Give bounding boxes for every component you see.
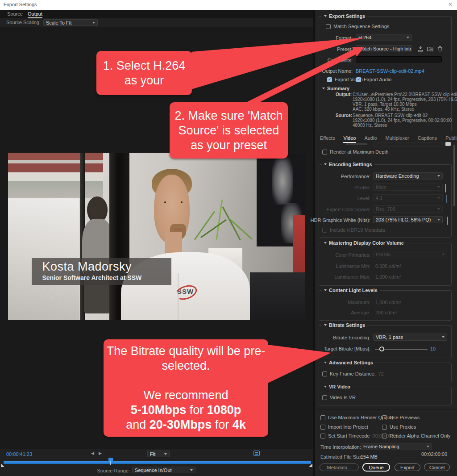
queue-button[interactable]: Queue [362,463,390,472]
section-chevron-icon[interactable] [324,15,327,17]
chevron-down-icon [437,219,440,221]
mastering-header: Mastering Display Color Volume [322,240,406,246]
checkbox-checked[interactable] [327,77,332,82]
output-name-label: Output Name: [322,68,353,74]
keyframe-distance-value: 72 [378,371,384,376]
chevron-down-icon [437,175,440,177]
target-bitrate-knob[interactable] [379,347,384,351]
checkbox[interactable] [382,415,387,420]
time-interpolation-select[interactable]: Frame Sampling [361,443,432,450]
checkbox[interactable] [322,150,327,154]
plant-leaf [228,217,252,239]
metadata-button[interactable]: Metadata... [320,463,359,471]
format-select[interactable]: H.264 [356,34,412,41]
time-interpolation-label: Time Interpolation: [320,444,361,450]
export-settings-header: Export Settings [322,13,367,19]
tab-effects[interactable]: Effects [320,135,335,143]
range-start-handle[interactable] [1,463,4,467]
avg-light-value: 200 cd/m² [375,310,397,315]
checkbox[interactable] [382,434,387,438]
hdr-white-select[interactable]: 203 (75% HLG, 58% PQ) [373,216,443,223]
level-override-checkbox[interactable] [446,195,447,203]
timeline-scrubber[interactable] [4,461,311,464]
section-chevron-icon[interactable] [324,289,327,291]
section-chevron-icon[interactable] [324,163,327,165]
encoding-settings-header: Encoding Settings [322,162,374,167]
use-previews-checkbox[interactable]: Use Previews [382,415,420,420]
checkbox[interactable] [322,395,327,400]
profile-override-checkbox[interactable] [445,184,446,192]
use-proxies-checkbox[interactable]: Use Proxies [382,424,416,430]
advanced-settings-header: Advanced Settings [322,360,375,365]
summary-source-line: 1920x1080 (1.0), 24 fps, Progressive, 00… [353,118,452,123]
plant-leaf [222,206,241,240]
delete-preset-icon[interactable] [436,45,444,52]
clipped-row-select[interactable] [373,142,443,146]
section-chevron-icon[interactable] [324,324,327,326]
summary-source-line: Sequence, BREAST-SSW-clip-edit-02 [353,113,428,118]
comments-input[interactable] [356,56,442,63]
checkbox[interactable] [320,415,325,420]
source-scaling-select[interactable]: Scale To Fit [43,19,98,26]
callout-select-h264: 1. Select H.264 as your [96,51,192,95]
chevron-down-icon [437,186,440,188]
callout-bitrate-recommendation: The Bitrate quality will be pre- selecte… [104,339,268,437]
keyframe-distance-checkbox[interactable]: Key Frame Distance: 72 [322,371,384,376]
output-name-link[interactable]: BREAST-SSW-clip-edit-02.mp4 [356,68,424,74]
import-preset-icon[interactable] [427,45,434,52]
tab-output[interactable]: Output [28,11,42,18]
in-point-icon[interactable]: ◀ [91,451,94,455]
current-timecode[interactable]: 00:00:41:23 [6,451,32,457]
playhead-line [110,461,111,465]
tab-video[interactable]: Video [343,135,356,143]
target-bitrate-value[interactable]: 10 [430,346,436,351]
zoom-level-select[interactable]: Fit [147,451,170,457]
luminance-min-value: 0.005 cd/m² [375,263,401,269]
out-point-icon[interactable]: ▶ [99,451,102,455]
video-is-vr-checkbox[interactable]: Video Is VR [322,395,356,400]
section-chevron-icon[interactable] [324,362,327,363]
hdr-white-checkbox[interactable] [447,217,448,225]
section-chevron-icon[interactable] [324,386,327,388]
source-output-tabbar: Source Output [0,10,313,18]
checkbox[interactable] [326,24,331,29]
section-chevron-icon[interactable] [322,88,325,89]
close-icon[interactable]: ✕ [448,1,453,8]
max-light-label: Maximum: [348,300,370,305]
video-preview: Kosta Madorsky Senior Software Architect… [8,153,305,320]
match-sequence-checkbox[interactable]: Match Sequence Settings [326,24,389,29]
cancel-button[interactable]: Cancel [424,463,450,471]
performance-select[interactable]: Hardware Encoding [373,172,443,180]
checkbox-checked[interactable] [356,77,361,82]
window-titlebar: Export Settings ✕ [0,0,457,10]
plant-leaf [216,200,223,240]
save-preset-icon[interactable] [417,45,424,52]
bitrate-encoding-select[interactable]: VBR, 1 pass [373,334,447,341]
source-range-select[interactable]: Sequence In/Out [132,467,195,473]
callout-match-source: 2. Make sure 'Match Source' is selected … [170,102,288,159]
preset-select[interactable]: Match Source - High bitrate [356,45,412,52]
render-max-depth-checkbox[interactable]: Render at Maximum Depth [322,149,388,154]
export-button[interactable]: Export [395,463,420,471]
checkbox[interactable] [320,425,325,430]
hdr-white-label: HDR Graphics White (Nits): [311,217,370,223]
section-chevron-icon[interactable] [324,242,327,244]
range-end-handle[interactable] [309,463,312,467]
include-hdr10-checkbox: Include HDR10 Metadata [322,227,385,233]
import-into-project-checkbox[interactable]: Import Into Project [320,424,368,430]
chevron-down-icon [92,22,95,24]
export-frame-icon[interactable] [253,451,260,456]
lower-third: Kosta Madorsky Senior Software Architect… [32,258,171,284]
link-aspect-icon[interactable] [445,142,451,146]
person-eye [164,201,166,203]
checkbox[interactable] [322,372,327,376]
checkbox[interactable] [320,434,325,438]
bitrate-encoding-label: Bitrate Encoding: [333,335,370,340]
tab-source[interactable]: Source [7,11,23,17]
chevron-down-icon [407,37,409,38]
xray-image [272,158,293,205]
export-audio-checkbox[interactable]: Export Audio [356,77,391,82]
render-alpha-checkbox[interactable]: Render Alpha Channel Only [382,433,450,438]
scrollbar-thumb[interactable] [453,145,455,206]
checkbox[interactable] [382,425,387,430]
